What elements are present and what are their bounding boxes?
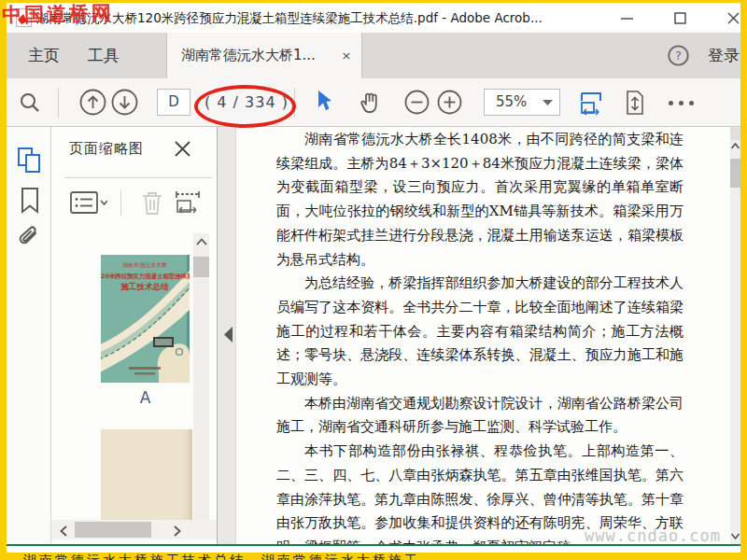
thumbnail-options-icon[interactable] [70,191,107,216]
selection-tool-icon[interactable] [316,90,334,114]
svg-text:施工技术总结: 施工技术总结 [120,282,170,291]
scroll-left-icon[interactable] [60,525,67,537]
frame-left [0,0,7,560]
main-toolbar: D ( 4 / 334 ) 55% [7,78,740,127]
thumbnail-page-2[interactable] [101,429,192,520]
hand-tool-icon[interactable] [359,90,383,116]
panel-close-icon[interactable] [175,141,190,157]
red-circle-annotation [194,85,296,128]
minimize-button[interactable] [611,3,642,33]
tab-bar: 主页 工具 湖南常德沅水大桥1... × ? 登录 [7,33,740,78]
svg-text:?: ? [675,49,682,63]
scroll-right-icon[interactable] [174,525,181,537]
page-text: 湖南省常德沅水大桥全长1408米，由不同跨径的简支梁和连续梁组成。主桥为84＋3… [276,128,684,544]
cover-series-line: 湖南常德沅水大桥 [122,261,167,269]
fit-width-icon[interactable] [578,90,604,116]
panel-collapse-handle[interactable] [224,327,233,343]
more-tools-icon[interactable] [669,101,697,106]
zoom-in-icon[interactable] [437,90,462,115]
panel-scrollbar-thumb[interactable] [193,257,209,277]
zoom-level-dropdown[interactable]: 55% [484,89,560,116]
search-icon[interactable] [19,91,41,114]
site-watermark: www.cndao.com [585,526,721,544]
dropdown-caret-icon [543,100,553,106]
panel-toolbar-divider [120,190,121,216]
thumbnail-page-A[interactable]: 湖南常德沅水大桥 120米跨径预应力混凝土箱型连续梁 施工技术总结 [101,255,190,383]
frame-right [740,0,747,560]
zoom-out-icon[interactable] [404,90,430,115]
scroll-down-icon[interactable] [731,533,740,539]
toolbar-divider [58,88,59,118]
clipped-footer-text: 湖南常德沅水大桥施工技术总结 湖南常德沅水大桥施工技术总结 [23,553,416,560]
panel-title: 页面缩略图 [69,140,144,158]
document-viewer: 湖南省常德沅水大桥全长1408米，由不同跨径的简支梁和连续梁组成。主桥为84＋3… [218,127,740,544]
title-bar: 湖南常德沅水大桥120米跨径预应力混凝土箱型连续梁施工技术总结.pdf - Ad… [7,3,740,33]
document-tab-label: 湖南常德沅水大桥1... [181,33,316,78]
sign-in-button[interactable]: 登录 [708,33,740,78]
cndao-watermark: 中国道桥网 [2,0,114,28]
panel-horizontal-scrollbar[interactable] [51,520,217,539]
previous-page-icon[interactable] [79,89,106,116]
tab-home[interactable]: 主页 [18,33,70,78]
document-tab[interactable]: 湖南常德沅水大桥1... × [166,33,362,78]
bookmarks-icon[interactable] [19,187,41,215]
navigation-rail [7,127,51,544]
page-thumbnails-icon[interactable] [16,146,44,175]
paragraph: 湖南省常德沅水大桥全长1408米，由不同跨径的简支梁和连续梁组成。主桥为84＋3… [276,128,684,272]
acrobat-window: 湖南常德沅水大桥120米跨径预应力混凝土箱型连续梁施工技术总结.pdf - Ad… [0,0,747,560]
scroll-up-icon[interactable] [196,238,207,245]
tab-tools[interactable]: 工具 [78,33,130,78]
zoom-level-value: 55% [496,90,527,115]
document-tab-close-icon[interactable]: × [339,49,354,63]
crop-pages-icon[interactable] [174,190,202,216]
page-number-input[interactable]: D [157,89,190,116]
attachments-icon[interactable] [16,226,42,254]
document-scrollbar-thumb[interactable] [730,159,740,188]
panel-hscrollbar-thumb[interactable] [75,522,151,538]
panel-vertical-scrollbar[interactable] [193,233,209,521]
help-icon[interactable]: ? [668,45,689,66]
scroll-up-icon[interactable] [731,143,740,149]
paragraph: 为总结经验，桥梁指挥部组织参加大桥建设的部分工程技术人员编写了这本资料。全书共分… [276,272,684,392]
thumbnail-page-label: A [101,388,190,407]
svg-text:120米跨径预应力混凝土箱型连续梁: 120米跨径预应力混凝土箱型连续梁 [101,273,190,280]
document-vertical-scrollbar[interactable] [730,128,740,544]
page-thumbnails-panel: 页面缩略图 [51,127,218,544]
fit-page-icon[interactable] [623,90,647,116]
scrollbar-corner [730,128,740,140]
maximize-button[interactable] [664,3,696,33]
green-divider [7,544,740,546]
delete-pages-icon[interactable] [141,190,163,216]
next-page-icon[interactable] [111,89,138,116]
paragraph: 本桥由湖南省交通规划勘察设计院设计，湖南省公路桥梁公司施工，湖南省交通科研所参与… [276,392,684,440]
panel-header-divider [64,177,212,178]
